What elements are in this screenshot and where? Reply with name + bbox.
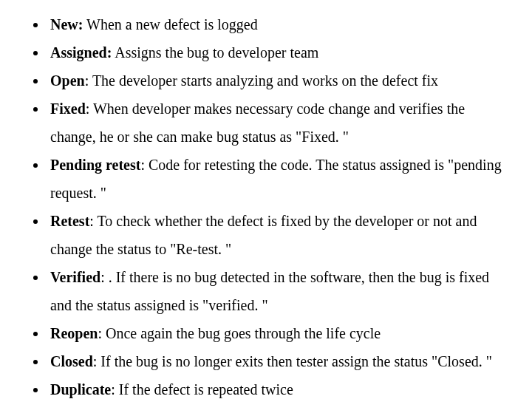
list-item: Retest: To check whether the defect is f… bbox=[47, 207, 510, 263]
defect-desc: : To check whether the defect is fixed b… bbox=[50, 213, 477, 257]
defect-desc: : . If there is no bug detected in the s… bbox=[50, 269, 489, 313]
defect-term: Assigned: bbox=[50, 44, 112, 61]
defect-desc: : If the bug is no longer exits then tes… bbox=[93, 353, 492, 369]
defect-desc: When a new defect is logged bbox=[83, 16, 257, 33]
defect-term: Retest bbox=[50, 213, 89, 229]
list-item: Duplicate: If the defect is repeated twi… bbox=[47, 375, 510, 399]
list-item: Verified: . If there is no bug detected … bbox=[47, 263, 510, 319]
defect-term: Closed bbox=[50, 353, 93, 369]
defect-desc: : Once again the bug goes through the li… bbox=[98, 325, 381, 341]
slide-page: New: When a new defect is logged Assigne… bbox=[0, 0, 532, 399]
defect-term: Fixed bbox=[50, 100, 86, 117]
defect-desc: : If the defect is repeated twice bbox=[111, 381, 293, 398]
list-item: Closed: If the bug is no longer exits th… bbox=[47, 347, 510, 375]
defect-term: Pending retest bbox=[50, 157, 140, 173]
defect-desc: : The developer starts analyzing and wor… bbox=[85, 72, 438, 89]
defect-desc: : When developer makes necessary code ch… bbox=[50, 100, 465, 145]
list-item: Assigned: Assigns the bug to developer t… bbox=[47, 38, 510, 66]
list-item: Reopen: Once again the bug goes through … bbox=[47, 319, 510, 347]
list-item: Open: The developer starts analyzing and… bbox=[47, 66, 510, 95]
defect-term: New: bbox=[50, 16, 83, 33]
defect-term: Open bbox=[50, 72, 85, 89]
defect-desc: Assigns the bug to developer team bbox=[112, 44, 318, 61]
list-item: New: When a new defect is logged bbox=[47, 10, 510, 38]
defect-term: Verified bbox=[50, 269, 100, 285]
list-item: Fixed: When developer makes necessary co… bbox=[47, 95, 510, 151]
list-item: Pending retest: Code for retesting the c… bbox=[47, 151, 510, 207]
defect-status-list: New: When a new defect is logged Assigne… bbox=[22, 10, 510, 399]
defect-term: Duplicate bbox=[50, 381, 111, 398]
defect-term: Reopen bbox=[50, 325, 98, 341]
